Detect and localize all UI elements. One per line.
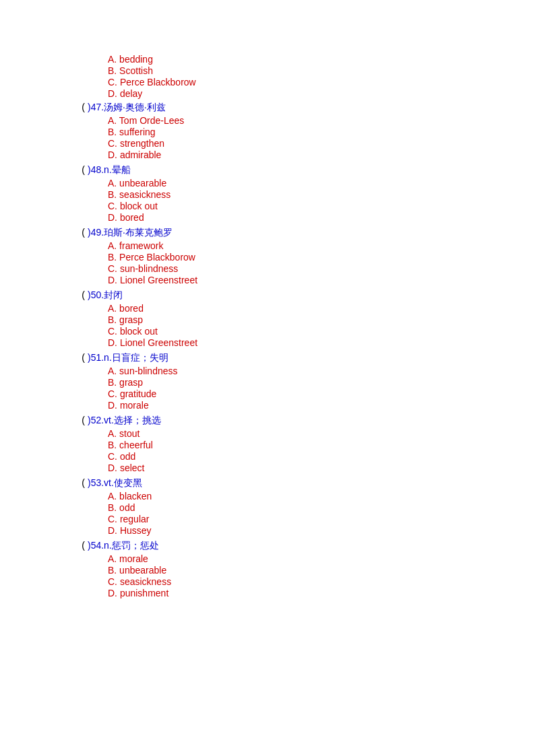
option-q51-0: A. sun-blindness bbox=[108, 366, 535, 376]
option-q53-3: D. Hussey bbox=[108, 525, 535, 536]
paren-left-q48: ( bbox=[0, 164, 88, 175]
options-list-q52: A. stoutB. cheerfulC. oddD. select bbox=[108, 428, 535, 473]
options-list-q54: A. moraleB. unbearableC. seasicknessD. p… bbox=[108, 553, 535, 598]
paren-left-q49: ( bbox=[0, 227, 88, 238]
question-block-q49: ()49.珀斯·布莱克鲍罗A. frameworkB. Perce Blackb… bbox=[0, 227, 535, 285]
option-q54-0: A. morale bbox=[108, 553, 535, 564]
options-list-q50: A. boredB. graspC. block outD. Lionel Gr… bbox=[108, 303, 535, 348]
option-q50-0: A. bored bbox=[108, 303, 535, 314]
options-list-q47: A. Tom Orde-LeesB. sufferingC. strengthe… bbox=[108, 115, 535, 160]
standalone-option-b: B. Scottish bbox=[108, 65, 535, 76]
standalone-option-c: C. Perce Blackborow bbox=[108, 77, 535, 88]
question-header-q50: ()50.封闭 bbox=[0, 289, 535, 302]
option-q50-3: D. Lionel Greenstreet bbox=[108, 337, 535, 348]
question-header-q48: ()48.n.晕船 bbox=[0, 164, 535, 176]
question-text-q54: )54.n.惩罚；惩处 bbox=[88, 540, 159, 552]
question-text-q50: )50.封闭 bbox=[88, 289, 123, 302]
option-q50-1: B. grasp bbox=[108, 314, 535, 325]
option-q47-1: B. suffering bbox=[108, 127, 535, 137]
question-text-q49: )49.珀斯·布莱克鲍罗 bbox=[88, 227, 172, 239]
question-text-q47: )47.汤姆·奥德·利兹 bbox=[88, 102, 166, 114]
option-q52-3: D. select bbox=[108, 462, 535, 473]
question-block-q47: ()47.汤姆·奥德·利兹A. Tom Orde-LeesB. sufferin… bbox=[0, 102, 535, 160]
option-q53-2: C. regular bbox=[108, 514, 535, 524]
option-q48-3: D. bored bbox=[108, 212, 535, 223]
standalone-option-d: D. delay bbox=[108, 88, 535, 99]
questions-container: ()47.汤姆·奥德·利兹A. Tom Orde-LeesB. sufferin… bbox=[0, 102, 535, 598]
question-block-q52: ()52.vt.选择；挑选A. stoutB. cheerfulC. oddD.… bbox=[0, 415, 535, 473]
option-q54-1: B. unbearable bbox=[108, 565, 535, 576]
question-block-q53: ()53.vt.使变黑A. blackenB. oddC. regularD. … bbox=[0, 477, 535, 536]
question-block-q54: ()54.n.惩罚；惩处A. moraleB. unbearableC. sea… bbox=[0, 540, 535, 598]
option-q51-1: B. grasp bbox=[108, 377, 535, 388]
option-q48-2: C. block out bbox=[108, 201, 535, 211]
standalone-option-a: A. bedding bbox=[108, 54, 535, 65]
option-q53-0: A. blacken bbox=[108, 491, 535, 502]
paren-left-q50: ( bbox=[0, 289, 88, 300]
question-text-q52: )52.vt.选择；挑选 bbox=[88, 415, 161, 427]
option-q52-2: C. odd bbox=[108, 451, 535, 462]
question-block-q48: ()48.n.晕船A. unbearableB. seasicknessC. b… bbox=[0, 164, 535, 223]
option-q52-1: B. cheerful bbox=[108, 440, 535, 450]
option-q49-2: C. sun-blindness bbox=[108, 263, 535, 274]
option-q48-1: B. seasickness bbox=[108, 189, 535, 200]
question-text-q51: )51.n.日盲症；失明 bbox=[88, 352, 168, 364]
option-q51-2: C. gratitude bbox=[108, 388, 535, 399]
question-text-q48: )48.n.晕船 bbox=[88, 164, 131, 176]
option-q53-1: B. odd bbox=[108, 502, 535, 513]
option-q47-0: A. Tom Orde-Lees bbox=[108, 115, 535, 126]
question-text-q53: )53.vt.使变黑 bbox=[88, 477, 142, 489]
option-q47-2: C. strengthen bbox=[108, 138, 535, 149]
question-block-q50: ()50.封闭A. boredB. graspC. block outD. Li… bbox=[0, 289, 535, 348]
standalone-top-options: A. bedding B. Scottish C. Perce Blackbor… bbox=[108, 54, 535, 99]
paren-left-q54: ( bbox=[0, 540, 88, 551]
option-q49-3: D. Lionel Greenstreet bbox=[108, 275, 535, 285]
options-list-q53: A. blackenB. oddC. regularD. Hussey bbox=[108, 491, 535, 536]
question-header-q51: ()51.n.日盲症；失明 bbox=[0, 352, 535, 364]
question-header-q49: ()49.珀斯·布莱克鲍罗 bbox=[0, 227, 535, 239]
options-list-q49: A. frameworkB. Perce BlackborowC. sun-bl… bbox=[108, 240, 535, 285]
paren-left-q47: ( bbox=[0, 102, 88, 112]
option-q54-3: D. punishment bbox=[108, 588, 535, 598]
options-list-q48: A. unbearableB. seasicknessC. block outD… bbox=[108, 178, 535, 223]
option-q52-0: A. stout bbox=[108, 428, 535, 439]
option-q54-2: C. seasickness bbox=[108, 576, 535, 587]
question-header-q52: ()52.vt.选择；挑选 bbox=[0, 415, 535, 427]
option-q51-3: D. morale bbox=[108, 400, 535, 411]
option-q49-1: B. Perce Blackborow bbox=[108, 252, 535, 263]
option-q50-2: C. block out bbox=[108, 326, 535, 337]
option-q47-3: D. admirable bbox=[108, 149, 535, 160]
question-header-q47: ()47.汤姆·奥德·利兹 bbox=[0, 102, 535, 114]
question-block-q51: ()51.n.日盲症；失明A. sun-blindnessB. graspC. … bbox=[0, 352, 535, 411]
option-q49-0: A. framework bbox=[108, 240, 535, 251]
paren-left-q53: ( bbox=[0, 477, 88, 488]
paren-left-q52: ( bbox=[0, 415, 88, 425]
question-header-q53: ()53.vt.使变黑 bbox=[0, 477, 535, 489]
option-q48-0: A. unbearable bbox=[108, 178, 535, 188]
options-list-q51: A. sun-blindnessB. graspC. gratitudeD. m… bbox=[108, 366, 535, 411]
paren-left-q51: ( bbox=[0, 352, 88, 363]
question-header-q54: ()54.n.惩罚；惩处 bbox=[0, 540, 535, 552]
